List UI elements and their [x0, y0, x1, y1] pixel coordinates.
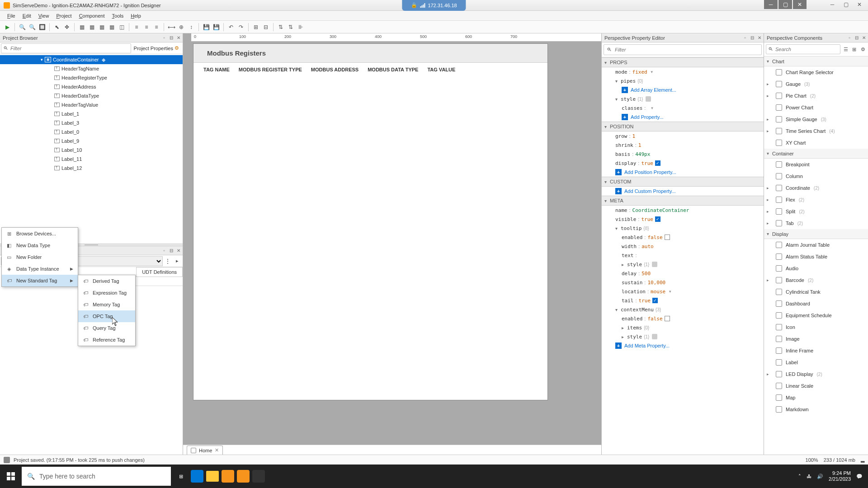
component-item[interactable]: Markdown: [764, 404, 868, 415]
tray-volume-icon[interactable]: 🔊: [817, 474, 823, 479]
tree-item[interactable]: HeaderRegisterType: [0, 73, 183, 82]
component-item[interactable]: ▸Coordinate(2): [764, 182, 868, 194]
close-tab-icon[interactable]: ✕: [215, 447, 219, 453]
menu-item[interactable]: 🏷Query Tag: [78, 322, 135, 334]
panel-close-icon[interactable]: ✕: [175, 248, 182, 254]
component-item[interactable]: ▸Tab(2): [764, 217, 868, 229]
property-list[interactable]: ▾PROPS mode:fixed▼ ▾pipes{0} +Add Array …: [602, 57, 764, 455]
component-item[interactable]: Chart Range Selector: [764, 66, 868, 78]
component-item[interactable]: ▸LED Display(2): [764, 368, 868, 380]
connection-status[interactable]: 🔒 172.31.46.18: [402, 0, 466, 11]
tool-icon[interactable]: ⊪: [296, 23, 305, 32]
checkbox[interactable]: ✓: [655, 216, 660, 222]
maximize-button-inner[interactable]: ▢: [778, 0, 792, 9]
tray-icon[interactable]: 🖧: [807, 474, 811, 479]
meta-section[interactable]: ▾META: [602, 196, 764, 206]
play-button[interactable]: ▶: [3, 23, 12, 32]
menu-item[interactable]: ◧New Data Type: [2, 239, 78, 251]
component-item[interactable]: XY Chart: [764, 137, 868, 149]
panel-dock-icon[interactable]: ▫: [161, 248, 167, 254]
pan-icon[interactable]: ✥: [62, 23, 71, 32]
notifications-icon[interactable]: 💬: [856, 474, 863, 479]
component-item[interactable]: ▸Simple Gauge(3): [764, 113, 868, 125]
panel-dock-icon[interactable]: ▫: [846, 35, 853, 41]
component-item[interactable]: Cylindrical Tank: [764, 286, 868, 298]
component-item[interactable]: ▸Barcode(2): [764, 274, 868, 286]
checkbox[interactable]: ✓: [655, 160, 660, 166]
tree-item[interactable]: Label_11: [0, 155, 183, 164]
tool-icon[interactable]: ◫: [117, 23, 126, 32]
component-list[interactable]: ▾ChartChart Range Selector▸Gauge(3)▸Pie …: [764, 56, 868, 455]
component-search[interactable]: [766, 44, 840, 54]
panel-pin-icon[interactable]: ⊟: [168, 248, 175, 254]
property-filter[interactable]: [604, 44, 762, 55]
tool-icon[interactable]: ▦: [97, 23, 106, 32]
custom-section[interactable]: ▾CUSTOM: [602, 177, 764, 187]
component-item[interactable]: Map: [764, 392, 868, 404]
tree-item[interactable]: HeaderAddress: [0, 82, 183, 91]
component-item[interactable]: Alarm Journal Table: [764, 239, 868, 251]
udt-definitions-tab[interactable]: UDT Definitions: [136, 267, 183, 277]
add-array-element[interactable]: +Add Array Element...: [602, 85, 764, 94]
align-icon[interactable]: ≡: [152, 23, 161, 32]
app-icon[interactable]: [252, 470, 265, 483]
panel-pin-icon[interactable]: ⊟: [168, 35, 175, 41]
component-section[interactable]: ▾Chart: [764, 56, 868, 66]
checkbox[interactable]: ✓: [652, 298, 658, 303]
menu-project[interactable]: Project: [52, 13, 75, 19]
minimize-button[interactable]: ─: [826, 0, 839, 9]
checkbox[interactable]: [665, 316, 670, 321]
tree-item[interactable]: HeaderDataType: [0, 91, 183, 100]
view-settings-icon[interactable]: ⚙: [859, 45, 866, 53]
component-item[interactable]: Breakpoint: [764, 159, 868, 170]
component-section[interactable]: ▾Display: [764, 229, 868, 239]
panel-pin-icon[interactable]: ⊟: [854, 35, 860, 41]
zoom-in-icon[interactable]: 🔍: [18, 23, 27, 32]
checkbox[interactable]: [665, 235, 670, 240]
tree-item[interactable]: Label_12: [0, 164, 183, 173]
tree-item[interactable]: Label_0: [0, 127, 183, 136]
tool-icon[interactable]: ⇅: [276, 23, 285, 32]
filter-input-wrap[interactable]: [1, 43, 131, 53]
project-properties-link[interactable]: Project Properties⚙: [131, 45, 182, 51]
panel-close-icon[interactable]: ✕: [861, 35, 867, 41]
add-meta-property[interactable]: +Add Meta Property...: [602, 341, 764, 350]
menu-item[interactable]: 🏷Derived Tag: [78, 275, 135, 287]
panel-dock-icon[interactable]: ▫: [742, 35, 748, 41]
component-item[interactable]: ▸Split(2): [764, 206, 868, 217]
component-item[interactable]: ▸Flex(2): [764, 194, 868, 206]
tree-item[interactable]: HeaderTagValue: [0, 100, 183, 109]
menu-item[interactable]: 🏷Memory Tag: [78, 299, 135, 310]
tool-icon[interactable]: ▦: [87, 23, 96, 32]
tree-item[interactable]: HeaderTagName: [0, 64, 183, 73]
tool-icon[interactable]: ⊟: [261, 23, 270, 32]
redo-icon[interactable]: ↷: [236, 23, 245, 32]
close-button-inner[interactable]: ✕: [793, 0, 807, 9]
more-button[interactable]: ⋮: [165, 258, 171, 265]
canvas-viewport[interactable]: Modbus Registers TAG NAMEMODBUS REGISTER…: [183, 42, 601, 445]
tool-icon[interactable]: ▦: [107, 23, 116, 32]
menu-item[interactable]: 🏷New Standard Tag▶: [2, 275, 78, 286]
align-icon[interactable]: ≡: [132, 23, 141, 32]
menu-item[interactable]: 🏷OPC Tag: [78, 310, 135, 322]
clock[interactable]: 9:24 PM 2/21/2023: [829, 470, 851, 482]
start-button[interactable]: [0, 467, 22, 486]
menu-item[interactable]: ▭New Folder: [2, 251, 78, 263]
panel-dock-icon[interactable]: ▫: [161, 35, 167, 41]
save-icon[interactable]: 💾: [212, 23, 221, 32]
props-section[interactable]: ▾PROPS: [602, 57, 764, 67]
menu-view[interactable]: View: [35, 13, 53, 19]
save-icon[interactable]: 💾: [202, 23, 211, 32]
align-icon[interactable]: ≡: [142, 23, 151, 32]
expand-button[interactable]: ▸: [173, 257, 182, 266]
component-item[interactable]: Audio: [764, 263, 868, 274]
app-icon[interactable]: [237, 470, 250, 483]
position-section[interactable]: ▾POSITION: [602, 122, 764, 131]
tool-icon[interactable]: ⇅: [286, 23, 295, 32]
component-item[interactable]: ▸Time Series Chart(4): [764, 125, 868, 137]
component-item[interactable]: ▸Gauge(3): [764, 78, 868, 90]
component-item[interactable]: Dashboard: [764, 298, 868, 310]
undo-icon[interactable]: ↶: [226, 23, 236, 32]
component-item[interactable]: Power Chart: [764, 102, 868, 113]
view-tab-home[interactable]: Home ✕: [187, 446, 223, 455]
